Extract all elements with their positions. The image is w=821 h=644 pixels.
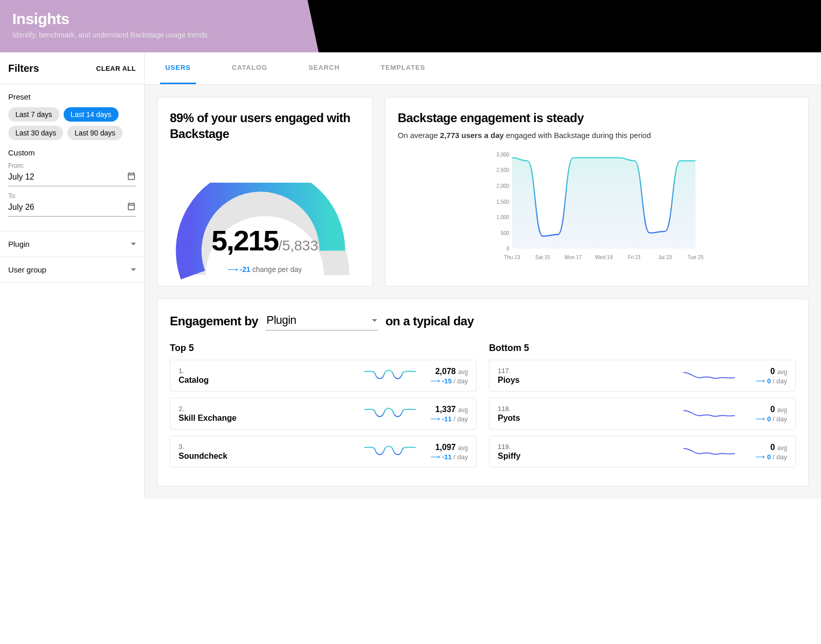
chevron-down-icon [131, 268, 136, 271]
arrow-right-icon: ⟶ [431, 453, 440, 461]
page-subtitle: Identify, benchmark, and understand Back… [12, 31, 809, 39]
engagement-rank: 117. [498, 367, 677, 375]
to-label: To: [8, 192, 136, 200]
to-date-value: July 26 [8, 203, 34, 212]
engagement-rank: 119. [498, 443, 677, 451]
svg-text:1,000: 1,000 [496, 214, 510, 220]
svg-text:Tue 25: Tue 25 [688, 254, 703, 260]
preset-label: Preset [8, 92, 136, 101]
engagement-by-suffix: on a typical day [385, 314, 474, 328]
clear-all-button[interactable]: CLEAR ALL [96, 65, 136, 72]
calendar-icon [127, 171, 136, 183]
calendar-icon [127, 202, 136, 213]
filters-title: Filters [8, 63, 39, 74]
arrow-right-icon: ⟶ [755, 453, 765, 461]
arrow-right-icon: ⟶ [431, 415, 440, 423]
svg-text:3,000: 3,000 [496, 152, 510, 158]
sparkline-chart [364, 442, 416, 461]
engagement-name: Pyots [498, 414, 677, 423]
page-title: Insights [12, 10, 809, 28]
svg-text:1,500: 1,500 [496, 199, 510, 204]
from-date-value: July 12 [8, 172, 34, 182]
usergroup-filter-dropdown[interactable]: User group [0, 257, 144, 283]
engagement-item[interactable]: 118. Pyots 0 avg ⟶ 0 / day [489, 398, 796, 430]
engagement-item[interactable]: 1. Catalog 2,078 avg ⟶ -15 / day [170, 360, 477, 392]
top5-title: Top 5 [170, 343, 477, 354]
page-header: Insights Identify, benchmark, and unders… [0, 0, 821, 52]
svg-text:2,500: 2,500 [496, 167, 510, 173]
chevron-down-icon [131, 243, 136, 245]
engagement-rank: 3. [179, 443, 358, 451]
tabs: USERSCATALOGSEARCHTEMPLATES [145, 52, 821, 85]
plugin-filter-dropdown[interactable]: Plugin [0, 231, 144, 257]
chevron-down-icon [372, 319, 377, 322]
trend-subtitle: On average 2,773 users a day engaged wit… [398, 130, 796, 142]
engagement-name: Pioys [498, 376, 677, 385]
engagement-avg: 0 avg [741, 443, 787, 452]
arrow-right-icon: ⟶ [755, 377, 765, 385]
sparkline-chart [683, 366, 735, 385]
custom-label: Custom [8, 148, 136, 157]
engagement-change: ⟶ -15 / day [422, 377, 468, 385]
sparkline-chart [683, 404, 735, 423]
sparkline-chart [364, 404, 416, 423]
preset-chip[interactable]: Last 90 days [67, 126, 122, 140]
engagement-gauge-card: 89% of your users engaged with Backstage [157, 97, 373, 286]
engagement-name: Soundcheck [179, 452, 358, 461]
engagement-change: ⟶ -11 / day [422, 415, 468, 423]
engagement-by-section: Engagement by Plugin on a typical day To… [157, 299, 809, 486]
engagement-item[interactable]: 3. Soundcheck 1,097 avg ⟶ -11 / day [170, 436, 477, 467]
svg-text:Sat 15: Sat 15 [535, 254, 551, 260]
engagement-change: ⟶ 0 / day [741, 377, 787, 385]
engagement-by-label: Engagement by [170, 314, 258, 328]
svg-text:Jul 23: Jul 23 [658, 254, 672, 260]
preset-chip[interactable]: Last 14 days [64, 107, 119, 122]
engagement-avg: 2,078 avg [422, 367, 468, 376]
tab-users[interactable]: USERS [160, 52, 196, 84]
filters-sidebar: Filters CLEAR ALL Preset Last 7 daysLast… [0, 52, 145, 499]
engagement-item[interactable]: 117. Pioys 0 avg ⟶ 0 / day [489, 360, 796, 392]
gauge-change: ⟶ -21 change per day [228, 265, 302, 274]
arrow-right-icon: ⟶ [228, 265, 238, 274]
svg-text:500: 500 [501, 230, 510, 236]
engagement-name: Catalog [179, 376, 358, 385]
engagement-change: ⟶ -11 / day [422, 453, 468, 461]
svg-text:0: 0 [506, 246, 510, 251]
engagement-avg: 1,097 avg [422, 443, 468, 452]
trend-title: Backstage engagement is steady [398, 110, 796, 126]
arrow-right-icon: ⟶ [755, 415, 765, 423]
arrow-right-icon: ⟶ [431, 377, 440, 385]
engagement-trend-card: Backstage engagement is steady On averag… [385, 97, 809, 286]
engagement-avg: 1,337 avg [422, 405, 468, 414]
engagement-dimension-select[interactable]: Plugin [265, 311, 378, 330]
sparkline-chart [364, 366, 416, 385]
gauge-total: 5,833 [282, 238, 318, 253]
tab-search[interactable]: SEARCH [303, 52, 345, 84]
engagement-name: Spiffy [498, 452, 677, 461]
from-label: From: [8, 162, 136, 169]
engagement-item[interactable]: 2. Skill Exchange 1,337 avg ⟶ -11 / day [170, 398, 477, 430]
engagement-change: ⟶ 0 / day [741, 415, 787, 423]
svg-text:2,000: 2,000 [496, 183, 510, 189]
engagement-rank: 1. [179, 367, 358, 375]
to-date-input[interactable]: July 26 [8, 200, 136, 217]
engagement-name: Skill Exchange [179, 414, 358, 423]
main-content: USERSCATALOGSEARCHTEMPLATES 89% of your … [145, 52, 821, 499]
preset-chip[interactable]: Last 30 days [8, 126, 63, 140]
engagement-rank: 2. [179, 405, 358, 413]
engagement-avg: 0 avg [741, 367, 787, 376]
svg-text:Thu 13: Thu 13 [504, 254, 520, 260]
svg-text:Mon 17: Mon 17 [564, 254, 582, 260]
tab-catalog[interactable]: CATALOG [227, 52, 272, 84]
gauge-title: 89% of your users engaged with Backstage [170, 110, 360, 142]
engagement-avg: 0 avg [741, 405, 787, 414]
from-date-input[interactable]: July 12 [8, 169, 136, 186]
svg-text:Fri 21: Fri 21 [628, 254, 641, 260]
sparkline-chart [683, 442, 735, 461]
bottom5-title: Bottom 5 [489, 343, 796, 354]
gauge-current: 5,215 [211, 224, 278, 257]
engagement-rank: 118. [498, 405, 677, 413]
preset-chip[interactable]: Last 7 days [8, 107, 60, 122]
tab-templates[interactable]: TEMPLATES [376, 52, 431, 84]
engagement-item[interactable]: 119. Spiffy 0 avg ⟶ 0 / day [489, 436, 796, 467]
